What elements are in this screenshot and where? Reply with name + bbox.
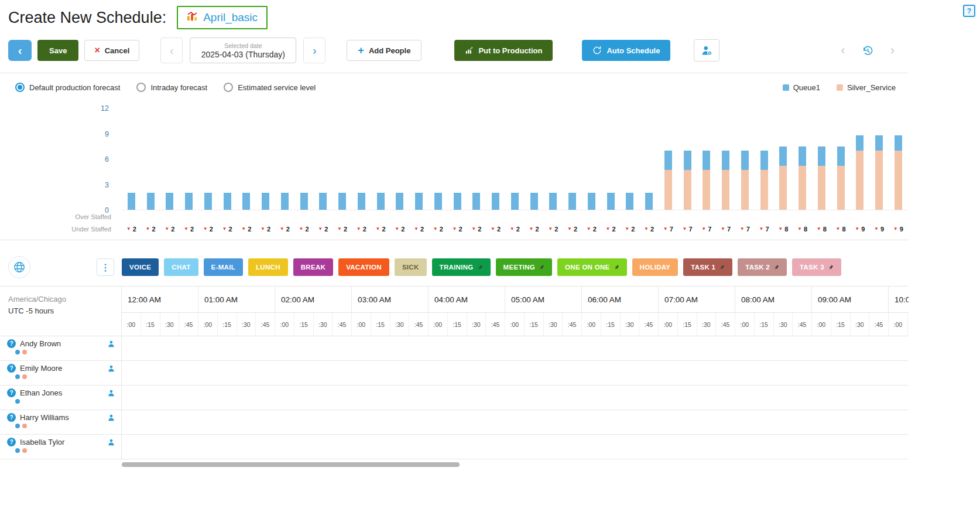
activity-chip-one-on-one[interactable]: ONE ON ONE <box>557 258 626 276</box>
activity-chip-training[interactable]: TRAINING <box>432 258 491 276</box>
add-people-button[interactable]: + Add People <box>347 40 422 61</box>
activity-chip-vacation[interactable]: VACATION <box>338 258 389 276</box>
back-button[interactable]: ‹ <box>8 40 32 61</box>
understaffed-value: ▼2 <box>486 226 505 233</box>
red-down-arrow-icon: ▼ <box>529 227 534 231</box>
save-button[interactable]: Save <box>37 40 78 61</box>
interval-header: :15 <box>448 313 467 336</box>
activity-chip-e-mail[interactable]: E-MAIL <box>204 258 243 276</box>
auto-refresh-icon <box>592 46 602 55</box>
red-down-arrow-icon: ▼ <box>548 227 553 231</box>
silver-service-segment <box>779 166 787 210</box>
stacked-bar <box>358 108 365 210</box>
employee-row: ?Ethan Jones <box>0 386 122 410</box>
activity-chip-chat[interactable]: CHAT <box>164 258 198 276</box>
forecast-option-0[interactable]: Default production forecast <box>15 83 120 92</box>
red-down-arrow-icon: ▼ <box>203 227 208 231</box>
understaffed-value: ▼7 <box>697 226 717 233</box>
stacked-bar <box>722 108 729 210</box>
chart-bar <box>390 108 410 210</box>
timezone-globe-icon[interactable] <box>8 256 30 278</box>
activity-chip-label: BREAK <box>301 264 325 271</box>
activity-chip-task-3[interactable]: TASK 3 <box>792 258 841 276</box>
schedule-name-box[interactable]: April_basic <box>177 6 268 29</box>
activity-chip-break[interactable]: BREAK <box>293 258 333 276</box>
activity-chip-voice[interactable]: VOICE <box>122 258 159 276</box>
legend-label: Silver_Service <box>847 83 896 92</box>
queue1-segment <box>588 193 595 210</box>
understaffed-number: 2 <box>612 226 616 233</box>
channel-dot <box>15 448 20 453</box>
forecast-option-2[interactable]: Estimated service level <box>224 83 316 92</box>
radio-icon <box>224 83 233 92</box>
interval-header: :15 <box>294 313 314 336</box>
activity-chip-sick[interactable]: SICK <box>395 258 427 276</box>
question-icon[interactable]: ? <box>7 364 16 373</box>
question-icon[interactable]: ? <box>7 413 16 422</box>
selected-date-box[interactable]: Selected date 2025-04-03 (Thursday) <box>190 37 296 63</box>
interval-header: :30 <box>621 313 640 336</box>
queue1-segment <box>472 193 480 210</box>
activity-chip-task-2[interactable]: TASK 2 <box>738 258 787 276</box>
chart-bar <box>467 108 486 210</box>
person-icon[interactable] <box>107 438 115 446</box>
red-down-arrow-icon: ▼ <box>836 227 841 231</box>
legend-item[interactable]: Silver_Service <box>837 83 896 92</box>
person-icon[interactable] <box>107 389 115 397</box>
hour-header: 05:00 AM <box>505 287 582 312</box>
redo-forward-button[interactable]: › <box>887 42 898 59</box>
silver-service-segment <box>799 166 806 210</box>
red-down-arrow-icon: ▼ <box>318 227 323 231</box>
auto-schedule-button[interactable]: Auto Schedule <box>582 40 670 61</box>
help-icon[interactable]: ? <box>963 5 975 17</box>
activity-chip-lunch[interactable]: LUNCH <box>248 258 288 276</box>
understaffed-value: ▼8 <box>812 226 831 233</box>
schedule-grid-row[interactable] <box>122 361 909 386</box>
activity-chip-holiday[interactable]: HOLIDAY <box>632 258 679 276</box>
silver-service-segment <box>684 170 691 210</box>
history-icon[interactable] <box>858 44 878 57</box>
question-icon[interactable]: ? <box>7 388 16 397</box>
prev-date-button[interactable]: ‹ <box>160 37 183 63</box>
interval-header: :30 <box>314 313 333 336</box>
activity-chip-meeting[interactable]: MEETING <box>496 258 553 276</box>
chart-bar <box>774 108 793 210</box>
activity-chip-task-1[interactable]: TASK 1 <box>683 258 732 276</box>
next-date-button[interactable]: › <box>303 37 325 63</box>
stacked-bar <box>818 108 825 210</box>
understaffed-number: 2 <box>344 226 347 233</box>
schedule-grid-row[interactable] <box>122 336 909 361</box>
scrollbar-thumb[interactable] <box>122 462 460 467</box>
stacked-bar <box>472 108 480 210</box>
red-down-arrow-icon: ▼ <box>701 227 706 231</box>
options-menu-icon[interactable]: ⋮ <box>97 258 114 276</box>
silver-service-segment <box>818 166 825 210</box>
schedule-right-panel: VOICECHATE-MAILLUNCHBREAKVACATIONSICKTRA… <box>122 248 909 467</box>
stacked-bar <box>434 108 442 210</box>
employee-row: ?Andy Brown <box>0 336 122 361</box>
understaffed-number: 2 <box>133 226 136 233</box>
chart-bar <box>889 108 908 210</box>
channel-dots <box>15 374 115 379</box>
hour-header: 12:00 AM <box>122 287 198 312</box>
person-icon[interactable] <box>107 364 115 373</box>
hour-header: 08:00 AM <box>735 287 812 312</box>
forecast-option-1[interactable]: Intraday forecast <box>136 83 207 92</box>
put-to-production-button[interactable]: Put to Production <box>454 40 553 61</box>
interval-header: :45 <box>256 313 275 336</box>
person-icon[interactable] <box>107 414 115 422</box>
add-people-label: Add People <box>369 46 411 55</box>
schedule-grid-row[interactable] <box>122 435 909 459</box>
question-icon[interactable]: ? <box>7 438 16 446</box>
question-icon[interactable]: ? <box>7 339 16 348</box>
stacked-bar <box>319 108 327 210</box>
queue1-segment <box>741 151 749 170</box>
people-settings-button[interactable] <box>694 39 719 62</box>
schedule-grid-row[interactable] <box>122 386 909 410</box>
schedule-grid-row[interactable] <box>122 410 909 435</box>
cancel-button[interactable]: × Cancel <box>84 40 139 61</box>
timezone-region: America/Chicago <box>8 295 121 303</box>
undo-back-button[interactable]: ‹ <box>837 42 848 59</box>
legend-item[interactable]: Queue1 <box>783 83 820 92</box>
person-icon[interactable] <box>107 340 115 348</box>
